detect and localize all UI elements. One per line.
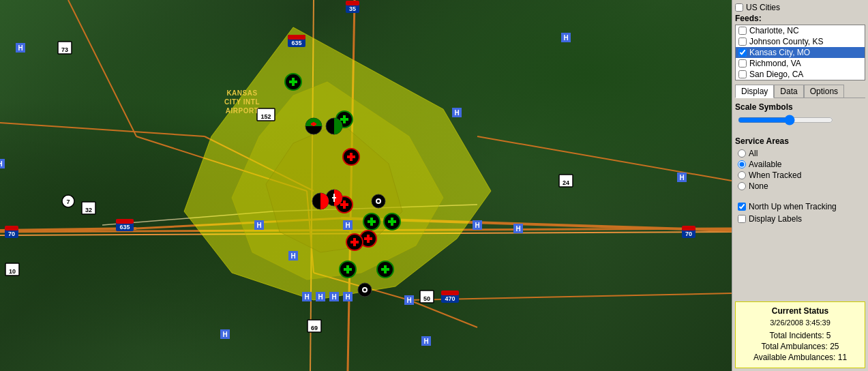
feed-item-charlotte[interactable]: Charlotte, NC	[736, 25, 865, 36]
available-ambulances-value: 11	[838, 353, 847, 362]
svg-rect-110	[116, 219, 134, 224]
svg-text:10: 10	[9, 268, 16, 275]
feed-item-kansas[interactable]: Kansas City, MO	[736, 47, 865, 58]
radio-when-tracked-label: When Tracked	[749, 170, 801, 180]
service-areas-section: Service Areas All Available When Tracked…	[735, 136, 865, 196]
feed-item-richmond[interactable]: Richmond, VA	[736, 58, 865, 69]
svg-text:H: H	[222, 331, 227, 338]
feed-checkbox-charlotte[interactable]	[738, 27, 747, 35]
svg-text:50: 50	[423, 295, 430, 302]
svg-text:70: 70	[8, 231, 15, 237]
display-labels-checkbox[interactable]	[738, 215, 746, 223]
feed-checkbox-sandiego[interactable]	[738, 70, 747, 78]
feed-item-johnson[interactable]: Johnson County, KS	[736, 36, 865, 47]
total-incidents-value: 5	[826, 331, 831, 340]
svg-text:H: H	[331, 293, 336, 301]
svg-text:70: 70	[685, 231, 692, 237]
feed-label-sandiego: San Diego, CA	[749, 70, 803, 79]
svg-text:7: 7	[66, 198, 70, 205]
north-up-label: North Up when Tracking	[749, 202, 837, 211]
radio-all-label: All	[749, 149, 758, 158]
display-labels-label: Display Labels	[749, 214, 802, 224]
scale-symbols-section: Scale Symbols	[735, 102, 865, 131]
scale-symbols-label: Scale Symbols	[735, 102, 865, 112]
svg-text:H: H	[679, 174, 684, 181]
radio-all-input[interactable]	[738, 149, 746, 158]
svg-text:H: H	[515, 225, 520, 233]
svg-text:635: 635	[119, 224, 130, 231]
service-areas-label: Service Areas	[735, 136, 865, 146]
total-incidents-row: Total Incidents: 5	[740, 331, 860, 340]
scale-slider[interactable]	[738, 115, 833, 125]
feed-label-richmond: Richmond, VA	[749, 59, 801, 68]
svg-rect-116	[441, 291, 459, 295]
display-labels-row: Display Labels	[735, 214, 865, 224]
available-ambulances-label: Available Ambulances:	[753, 353, 836, 362]
svg-text:H: H	[345, 222, 350, 229]
svg-text:470: 470	[445, 295, 455, 302]
svg-text:24: 24	[563, 179, 569, 186]
us-cities-label: US Cities	[746, 3, 780, 12]
svg-point-65	[363, 288, 366, 291]
svg-rect-104	[5, 226, 18, 231]
svg-line-7	[68, 0, 136, 136]
radio-all: All	[738, 149, 865, 158]
status-box: Current Status 3/26/2008 3:45:39 Total I…	[735, 301, 865, 368]
feeds-label: Feeds:	[735, 14, 865, 23]
tab-bar: Display Data Options	[735, 85, 865, 98]
feed-checkbox-johnson[interactable]	[738, 38, 747, 46]
tab-options[interactable]: Options	[804, 85, 844, 98]
map-svg: H H H H H H H H H H H H H H H H H 35 70	[0, 0, 732, 371]
status-title: Current Status	[740, 306, 860, 316]
svg-text:H: H	[563, 34, 568, 42]
svg-rect-107	[682, 226, 695, 231]
map-area[interactable]: H H H H H H H H H H H H H H H H H 35 70	[0, 0, 732, 371]
svg-text:AIRPORT: AIRPORT	[226, 107, 259, 115]
tab-data[interactable]: Data	[774, 85, 803, 98]
svg-text:152: 152	[260, 113, 271, 120]
svg-rect-101	[346, 1, 359, 5]
radio-when-tracked: When Tracked	[738, 170, 865, 180]
total-ambulances-value: 25	[830, 342, 839, 351]
right-panel: US Cities Feeds: Charlotte, NC Johnson C…	[732, 0, 868, 371]
feed-label-johnson: Johnson County, KS	[749, 37, 824, 46]
feed-checkbox-richmond[interactable]	[738, 59, 747, 68]
svg-text:H: H	[256, 222, 261, 229]
svg-line-10	[0, 123, 205, 136]
radio-none-input[interactable]	[738, 182, 746, 190]
radio-available: Available	[738, 160, 865, 169]
svg-text:635: 635	[291, 40, 301, 46]
status-date: 3/26/2008 3:45:39	[740, 318, 860, 327]
north-up-row: North Up when Tracking	[735, 202, 865, 211]
feed-label-charlotte: Charlotte, NC	[749, 26, 799, 35]
us-cities-row: US Cities	[735, 3, 865, 12]
svg-text:H: H	[406, 297, 411, 304]
svg-text:35: 35	[349, 5, 356, 12]
north-up-checkbox[interactable]	[738, 203, 746, 211]
radio-when-tracked-input[interactable]	[738, 171, 746, 179]
tab-display[interactable]: Display	[735, 85, 774, 98]
available-ambulances-row: Available Ambulances: 11	[740, 353, 860, 362]
svg-rect-113	[288, 35, 305, 40]
svg-line-15	[409, 300, 477, 327]
radio-none: None	[738, 181, 865, 191]
svg-text:32: 32	[85, 207, 92, 213]
svg-text:H: H	[290, 252, 295, 260]
service-areas-radio-group: All Available When Tracked None	[735, 149, 865, 191]
feed-checkbox-kansas[interactable]	[738, 48, 747, 57]
svg-text:H: H	[345, 293, 350, 301]
svg-text:H: H	[18, 44, 23, 52]
us-cities-checkbox[interactable]	[735, 3, 743, 12]
svg-text:H: H	[304, 293, 309, 301]
radio-available-input[interactable]	[738, 160, 746, 168]
svg-text:69: 69	[311, 325, 318, 331]
svg-text:KANSAS: KANSAS	[226, 89, 257, 97]
feed-item-sandiego[interactable]: San Diego, CA	[736, 69, 865, 80]
feed-label-kansas: Kansas City, MO	[749, 48, 810, 57]
total-incidents-label: Total Incidents:	[769, 331, 824, 340]
svg-text:H: H	[423, 338, 428, 345]
svg-text:73: 73	[61, 46, 68, 53]
radio-available-label: Available	[749, 160, 781, 169]
total-ambulances-label: Total Ambulances:	[761, 342, 827, 351]
svg-text:H: H	[0, 160, 3, 168]
